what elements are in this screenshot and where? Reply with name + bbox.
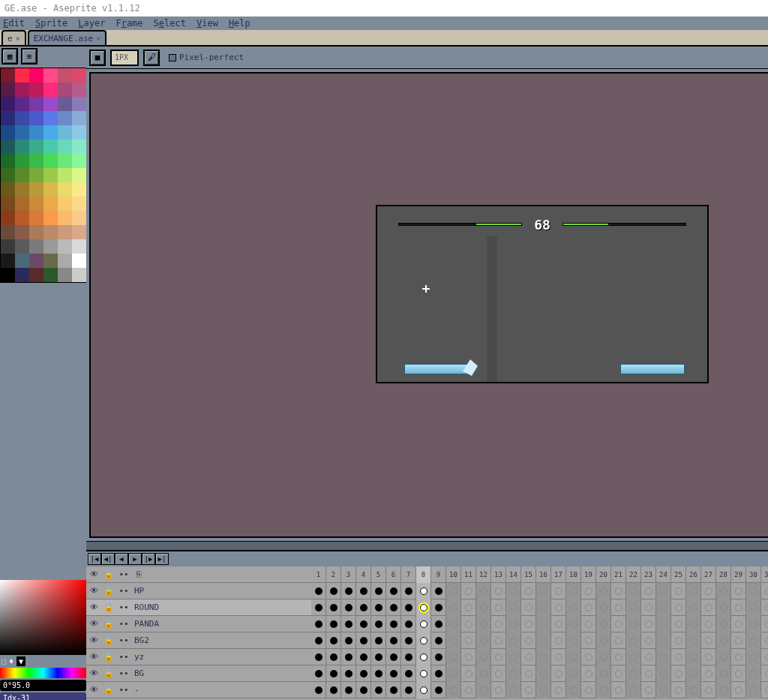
cel[interactable] xyxy=(641,649,656,665)
ink-button[interactable]: 🖋 xyxy=(143,50,160,66)
cel[interactable] xyxy=(506,649,521,665)
palette-swatch[interactable] xyxy=(44,197,58,211)
palette-swatch[interactable] xyxy=(29,239,44,254)
cel[interactable] xyxy=(356,632,371,649)
cel[interactable] xyxy=(641,682,656,698)
cel[interactable] xyxy=(626,665,641,682)
cel[interactable] xyxy=(611,682,626,698)
cel[interactable] xyxy=(386,649,401,665)
cel[interactable] xyxy=(506,599,521,616)
cel[interactable] xyxy=(566,682,581,698)
cel[interactable] xyxy=(581,599,596,616)
cel[interactable] xyxy=(656,616,671,632)
palette-swatch[interactable] xyxy=(72,125,86,140)
palette-swatch[interactable] xyxy=(58,97,72,111)
cel[interactable] xyxy=(311,599,326,616)
brush-shape-button[interactable]: ■ xyxy=(89,50,106,66)
cel[interactable] xyxy=(746,599,761,616)
cel[interactable] xyxy=(446,632,461,649)
frame-number[interactable]: 27 xyxy=(701,566,716,583)
palette-swatch[interactable] xyxy=(44,83,58,97)
cel[interactable] xyxy=(761,682,768,698)
frame-number[interactable]: 28 xyxy=(716,566,731,583)
cel[interactable] xyxy=(491,599,506,616)
cel[interactable] xyxy=(656,632,671,649)
cel[interactable] xyxy=(446,583,461,599)
cel[interactable] xyxy=(611,583,626,599)
lock-icon[interactable]: 🔒 xyxy=(101,602,116,612)
cel[interactable] xyxy=(761,583,768,599)
cel[interactable] xyxy=(311,583,326,599)
cel[interactable] xyxy=(401,616,416,632)
palette-swatch[interactable] xyxy=(29,68,44,83)
new-layer-icon[interactable]: ⎘ xyxy=(131,569,146,579)
cel[interactable] xyxy=(551,599,566,616)
frame-number[interactable]: 18 xyxy=(566,566,581,583)
palette-swatch[interactable] xyxy=(72,197,86,211)
cel[interactable] xyxy=(596,599,611,616)
cel[interactable] xyxy=(536,599,551,616)
palette-swatch[interactable] xyxy=(44,68,58,83)
cel[interactable] xyxy=(701,616,716,632)
palette-swatch[interactable] xyxy=(15,225,29,239)
cel[interactable] xyxy=(731,682,746,698)
cel[interactable] xyxy=(536,616,551,632)
cel[interactable] xyxy=(476,682,491,698)
cel[interactable] xyxy=(506,632,521,649)
palette-swatch[interactable] xyxy=(1,225,15,239)
cel[interactable] xyxy=(401,583,416,599)
cel[interactable] xyxy=(356,649,371,665)
cel[interactable] xyxy=(596,665,611,682)
pixel-perfect-check[interactable]: Pixel-perfect xyxy=(169,53,244,62)
frame-number[interactable]: 23 xyxy=(641,566,656,583)
cel[interactable] xyxy=(551,616,566,632)
cel[interactable] xyxy=(761,599,768,616)
cel[interactable] xyxy=(521,632,536,649)
frame-number[interactable]: 7 xyxy=(401,566,416,583)
cel[interactable] xyxy=(611,649,626,665)
cel[interactable] xyxy=(371,599,386,616)
frame-number[interactable]: 3 xyxy=(341,566,356,583)
cel[interactable] xyxy=(536,682,551,698)
cel[interactable] xyxy=(656,665,671,682)
link-icon[interactable]: •• xyxy=(116,652,131,662)
cel[interactable] xyxy=(326,616,341,632)
lock-icon[interactable]: 🔒 xyxy=(101,668,116,678)
cel[interactable] xyxy=(341,599,356,616)
cel[interactable] xyxy=(356,616,371,632)
cel[interactable] xyxy=(431,599,446,616)
cel[interactable] xyxy=(311,632,326,649)
palette-swatch[interactable] xyxy=(72,154,86,168)
palette-swatch[interactable] xyxy=(29,111,44,125)
frame-number[interactable]: 29 xyxy=(731,566,746,583)
menu-frame[interactable]: Frame xyxy=(116,18,142,29)
cel[interactable] xyxy=(551,649,566,665)
palette-swatch[interactable] xyxy=(72,68,86,83)
last-frame-button[interactable]: ▶| xyxy=(155,553,169,565)
cel[interactable] xyxy=(371,649,386,665)
cel[interactable] xyxy=(431,632,446,649)
cel[interactable] xyxy=(401,682,416,698)
palette-swatch[interactable] xyxy=(58,225,72,239)
palette-swatch[interactable] xyxy=(15,197,29,211)
cel[interactable] xyxy=(386,616,401,632)
palette-swatch[interactable] xyxy=(29,225,44,239)
palette-swatch[interactable] xyxy=(72,168,86,182)
cel[interactable] xyxy=(701,649,716,665)
palette-swatch[interactable] xyxy=(58,68,72,83)
layer-row[interactable]: 👁🔒••PANDA xyxy=(86,616,311,632)
cel[interactable] xyxy=(356,599,371,616)
layer-row[interactable]: 👁🔒••HP xyxy=(86,583,311,599)
cel[interactable] xyxy=(311,649,326,665)
cel[interactable] xyxy=(596,649,611,665)
cel[interactable] xyxy=(506,665,521,682)
cel[interactable] xyxy=(461,616,476,632)
cel[interactable] xyxy=(401,649,416,665)
prev-frame-button[interactable]: ◀| xyxy=(101,553,115,565)
cel[interactable] xyxy=(476,649,491,665)
palette-swatch[interactable] xyxy=(44,225,58,239)
cel[interactable] xyxy=(371,632,386,649)
cel[interactable] xyxy=(731,649,746,665)
palette-swatch[interactable] xyxy=(29,168,44,182)
cel[interactable] xyxy=(431,583,446,599)
